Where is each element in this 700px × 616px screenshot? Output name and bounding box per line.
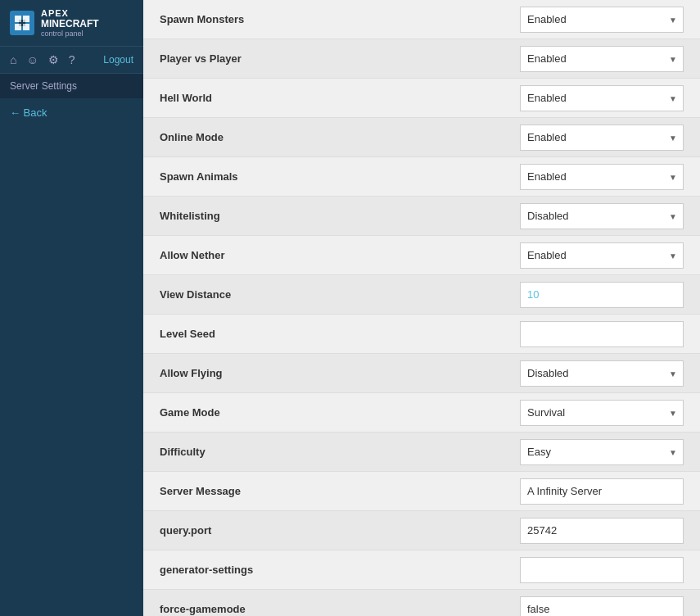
settings-control: EasyNormalHardPeaceful — [520, 439, 684, 465]
settings-row: Allow FlyingEnabledDisabled — [143, 354, 700, 393]
settings-label: Server Message — [160, 485, 520, 497]
user-icon[interactable]: ☺ — [26, 53, 38, 66]
svg-rect-8 — [23, 24, 25, 26]
settings-label: Whitelisting — [160, 210, 520, 222]
settings-row: Online ModeEnabledDisabled — [143, 118, 700, 157]
settings-label: Spawn Monsters — [160, 13, 520, 25]
settings-label: Allow Flying — [160, 367, 520, 379]
settings-select-online-mode[interactable]: EnabledDisabled — [520, 125, 684, 151]
section-title: Server Settings — [0, 74, 143, 98]
settings-input-query.port[interactable] — [520, 518, 684, 544]
settings-label: Allow Nether — [160, 249, 520, 261]
brand-sub: control panel — [41, 29, 99, 38]
settings-row: Spawn MonstersEnabledDisabled — [143, 0, 700, 39]
settings-label: force-gamemode — [160, 603, 520, 615]
settings-control: EnabledDisabled — [520, 203, 684, 229]
settings-control: SurvivalCreativeAdventureSpectator — [520, 400, 684, 426]
settings-label: Difficulty — [160, 446, 520, 458]
home-icon[interactable]: ⌂ — [10, 53, 16, 66]
settings-control — [520, 478, 684, 505]
settings-label: query.port — [160, 524, 520, 537]
settings-label: Level Seed — [160, 328, 520, 340]
settings-control: EnabledDisabled — [520, 360, 684, 387]
gear-icon[interactable]: ⚙ — [48, 53, 59, 66]
settings-control — [520, 282, 684, 308]
settings-label: View Distance — [160, 288, 520, 301]
back-button[interactable]: ← Back — [0, 98, 143, 127]
settings-row: Spawn AnimalsEnabledDisabled — [143, 157, 700, 197]
settings-row: WhitelistingEnabledDisabled — [143, 197, 700, 236]
settings-select-hell-world[interactable]: EnabledDisabled — [520, 85, 684, 111]
settings-label: Spawn Animals — [160, 170, 520, 183]
settings-label: Hell World — [160, 92, 520, 104]
settings-control: EnabledDisabled — [520, 46, 684, 72]
settings-input-level-seed[interactable] — [520, 321, 684, 347]
settings-row: Level Seed — [143, 315, 700, 354]
sidebar-nav: ⌂ ☺ ⚙ ? Logout — [0, 47, 143, 74]
settings-row: force-gamemode — [143, 590, 700, 616]
svg-rect-5 — [19, 20, 21, 22]
settings-control — [520, 557, 684, 583]
settings-row: View Distance — [143, 275, 700, 315]
settings-input-view-distance[interactable] — [520, 282, 684, 308]
settings-label: Player vs Player — [160, 52, 520, 65]
settings-control: EnabledDisabled — [520, 85, 684, 111]
settings-control — [520, 321, 684, 347]
settings-select-allow-flying[interactable]: EnabledDisabled — [520, 360, 684, 387]
logo-icon — [10, 11, 34, 35]
settings-row: generator-settings — [143, 550, 700, 590]
sidebar: APEX MINECRAFT control panel ⌂ ☺ ⚙ ? Log… — [0, 0, 143, 616]
settings-select-difficulty[interactable]: EasyNormalHardPeaceful — [520, 439, 684, 465]
settings-control: EnabledDisabled — [520, 164, 684, 190]
settings-select-whitelisting[interactable]: EnabledDisabled — [520, 203, 684, 229]
settings-select-spawn-monsters[interactable]: EnabledDisabled — [520, 7, 684, 33]
help-icon[interactable]: ? — [69, 53, 75, 66]
brand-minecraft: MINECRAFT — [41, 18, 99, 29]
settings-control: EnabledDisabled — [520, 125, 684, 151]
settings-label: Online Mode — [160, 131, 520, 143]
settings-select-game-mode[interactable]: SurvivalCreativeAdventureSpectator — [520, 400, 684, 426]
settings-row: Player vs PlayerEnabledDisabled — [143, 39, 700, 79]
main-content: Spawn MonstersEnabledDisabledPlayer vs P… — [143, 0, 700, 616]
settings-row: DifficultyEasyNormalHardPeaceful — [143, 433, 700, 472]
sidebar-header: APEX MINECRAFT control panel — [0, 0, 143, 47]
settings-control: EnabledDisabled — [520, 7, 684, 33]
settings-control: EnabledDisabled — [520, 242, 684, 269]
settings-label: Game Mode — [160, 406, 520, 419]
svg-rect-6 — [23, 20, 25, 22]
settings-input-generator-settings[interactable] — [520, 557, 684, 583]
settings-label: generator-settings — [160, 564, 520, 576]
settings-row: Game ModeSurvivalCreativeAdventureSpecta… — [143, 393, 700, 433]
settings-row: Server Message — [143, 472, 700, 511]
settings-control — [520, 596, 684, 617]
brand: APEX MINECRAFT control panel — [41, 8, 99, 38]
brand-apex: APEX — [41, 8, 99, 18]
logout-button[interactable]: Logout — [103, 54, 133, 66]
svg-rect-7 — [19, 24, 21, 26]
settings-input-server-message[interactable] — [520, 478, 684, 505]
settings-row: Hell WorldEnabledDisabled — [143, 79, 700, 118]
settings-select-spawn-animals[interactable]: EnabledDisabled — [520, 164, 684, 190]
settings-container: Spawn MonstersEnabledDisabledPlayer vs P… — [143, 0, 700, 616]
settings-control — [520, 518, 684, 544]
settings-row: Allow NetherEnabledDisabled — [143, 236, 700, 275]
settings-row: query.port — [143, 511, 700, 550]
settings-input-force-gamemode[interactable] — [520, 596, 684, 617]
settings-select-allow-nether[interactable]: EnabledDisabled — [520, 242, 684, 269]
settings-select-player-vs-player[interactable]: EnabledDisabled — [520, 46, 684, 72]
